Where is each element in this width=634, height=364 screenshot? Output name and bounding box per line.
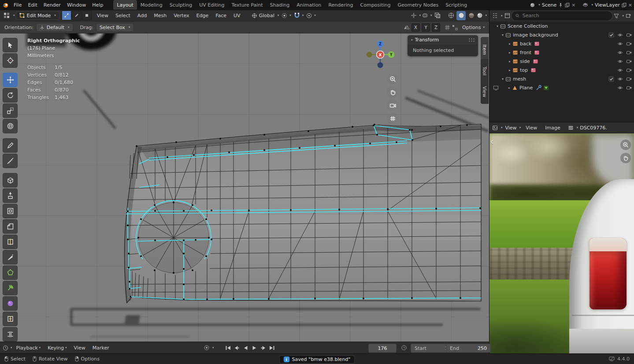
image-menu-view[interactable]: View (523, 122, 540, 133)
hide-viewport-eye-icon[interactable] (617, 85, 623, 91)
viewport-3d[interactable]: Right Orthographic (176) Plane Millimete… (0, 33, 489, 342)
viewport-menu-vertex[interactable]: Vertex (171, 10, 192, 21)
tool-scale[interactable] (3, 103, 18, 118)
panel-grip-icon[interactable] (468, 38, 475, 42)
outliner-row-plane[interactable]: ▸ Plane (489, 83, 634, 92)
transform-panel-header[interactable]: ▾ Transform (408, 35, 478, 44)
search-input[interactable] (522, 12, 609, 19)
image-editor-type-chevron[interactable]: ▾ (501, 126, 503, 129)
checkbox-icon[interactable] (608, 32, 614, 38)
tool-poly-build[interactable] (3, 265, 18, 280)
hide-viewport-eye-icon[interactable] (617, 76, 623, 82)
timeline-menu-marker[interactable]: Marker (89, 342, 112, 353)
tool-bevel[interactable] (3, 219, 18, 234)
jump-to-end-button[interactable] (268, 345, 276, 351)
menu-help[interactable]: Help (89, 0, 106, 10)
tool-loop-cut[interactable] (3, 235, 18, 249)
shading-wireframe-icon[interactable] (447, 12, 455, 18)
tool-knife[interactable] (3, 250, 18, 265)
viewport-menu-uv[interactable]: UV (230, 10, 244, 21)
workspace-tab-sculpting[interactable]: Sculpting (166, 0, 196, 10)
navigation-gizmo[interactable]: Z Y X (366, 40, 394, 69)
workspace-tab-compositing[interactable]: Compositing (357, 0, 394, 10)
disable-render-camera-icon[interactable] (626, 59, 632, 64)
camera-view-icon[interactable] (387, 99, 398, 111)
prev-keyframe-button[interactable] (233, 345, 241, 351)
tool-measure[interactable] (3, 154, 18, 168)
play-button[interactable] (250, 345, 258, 351)
viewport-menu-select[interactable]: Select (112, 10, 133, 21)
hide-viewport-eye-icon[interactable] (617, 67, 623, 73)
image-name[interactable]: DSC09776. (580, 125, 632, 131)
hide-viewport-eye-icon[interactable] (617, 32, 623, 38)
play-reverse-button[interactable] (241, 345, 249, 351)
outliner-row-back[interactable]: ▸ back (489, 39, 634, 48)
disable-render-camera-icon[interactable] (626, 85, 632, 91)
menu-window[interactable]: Window (64, 0, 89, 10)
blender-logo-icon[interactable] (0, 2, 11, 8)
tool-add-cube[interactable] (3, 173, 18, 188)
scene-name[interactable]: Scene (542, 2, 557, 8)
editor-type-icon[interactable] (2, 12, 11, 18)
jump-to-start-button[interactable] (224, 345, 232, 351)
image-browse-chevron[interactable]: ▾ (577, 126, 578, 129)
disable-render-camera-icon[interactable] (626, 67, 632, 73)
end-frame-field[interactable]: End250 (446, 344, 491, 353)
outliner-editor-icon[interactable] (492, 13, 498, 18)
editor-type-chevron[interactable]: ▾ (13, 14, 15, 17)
viewlayer-chevron[interactable]: ▾ (591, 3, 593, 7)
new-viewlayer-icon[interactable] (622, 3, 627, 7)
snap-magnet-icon[interactable]: ▾ (294, 12, 304, 18)
remove-viewlayer-icon[interactable]: × (628, 2, 632, 8)
outliner-search[interactable] (512, 11, 612, 20)
outliner-row-image-background[interactable]: ▾ image background (489, 30, 634, 39)
outliner-editor-chevron[interactable]: ▾ (501, 14, 503, 18)
timeline-editor-chevron[interactable]: ▾ (11, 346, 12, 349)
shading-material-icon[interactable] (467, 12, 475, 18)
shading-solid-icon[interactable] (456, 11, 466, 20)
transform-orientation-dropdown[interactable]: Global▾ (252, 13, 279, 18)
tool-spin[interactable] (3, 281, 18, 295)
reference-photo[interactable]: ❮ (489, 133, 634, 354)
edge-select-icon[interactable] (72, 11, 82, 20)
workspace-tab-shading[interactable]: Shading (267, 0, 293, 10)
viewlayer-icon[interactable] (582, 2, 588, 8)
toggle-ortho-icon[interactable] (387, 113, 398, 124)
tool-edge-slide[interactable] (3, 312, 18, 326)
image-menu-image[interactable]: Image (542, 122, 563, 133)
new-scene-icon[interactable] (565, 3, 570, 7)
filter-chevron[interactable]: ▾ (622, 14, 624, 18)
image-zoom-icon[interactable] (620, 140, 631, 150)
menu-render[interactable]: Render (41, 0, 64, 10)
viewlayer-name[interactable]: ViewLayer (595, 2, 620, 8)
next-keyframe-button[interactable] (259, 345, 267, 351)
disable-render-camera-icon[interactable] (626, 41, 632, 47)
current-frame-field[interactable]: 176 (368, 344, 397, 353)
disable-render-camera-icon[interactable] (626, 50, 632, 55)
timeline-menu-view[interactable]: View (71, 342, 89, 353)
image-display-mode-dropdown[interactable]: View▾ (505, 125, 521, 131)
mirror-y-toggle[interactable]: Y (422, 23, 430, 32)
viewport-menu-add[interactable]: Add (134, 10, 150, 21)
save-notification[interactable]: i Saved "bmw e38.blend" (279, 355, 355, 364)
orientation-select[interactable]: Default▾ (36, 23, 73, 32)
hide-viewport-eye-icon[interactable] (617, 41, 623, 47)
outliner-row-mesh[interactable]: ▾ mesh (489, 74, 634, 83)
workspace-tab-geometry-nodes[interactable]: Geometry Nodes (394, 0, 442, 10)
toggle-xray-icon[interactable] (433, 12, 442, 18)
viewport-menu-edge[interactable]: Edge (193, 10, 211, 21)
mesh-data-icon[interactable] (543, 85, 549, 91)
outliner-row-side[interactable]: ▸ side (489, 57, 634, 66)
tool-rotate[interactable] (3, 88, 18, 103)
auto-keying-toggle[interactable]: ▾ (204, 345, 214, 351)
image-browse-icon[interactable] (568, 125, 574, 131)
outliner-row-scene-collection[interactable]: ▾ Scene Collection (489, 22, 634, 30)
menu-file[interactable]: File (11, 0, 25, 10)
proportional-editing-icon[interactable]: ▾ (306, 13, 316, 18)
hide-viewport-eye-icon[interactable] (617, 59, 623, 64)
show-gizmo-icon[interactable]: ▾ (411, 12, 421, 18)
face-select-icon[interactable] (82, 11, 92, 20)
snap-grid-icon[interactable] (445, 25, 450, 30)
image-editor-type-icon[interactable] (492, 125, 498, 131)
panel-expand-arrow-icon[interactable]: ❮ (490, 140, 494, 144)
